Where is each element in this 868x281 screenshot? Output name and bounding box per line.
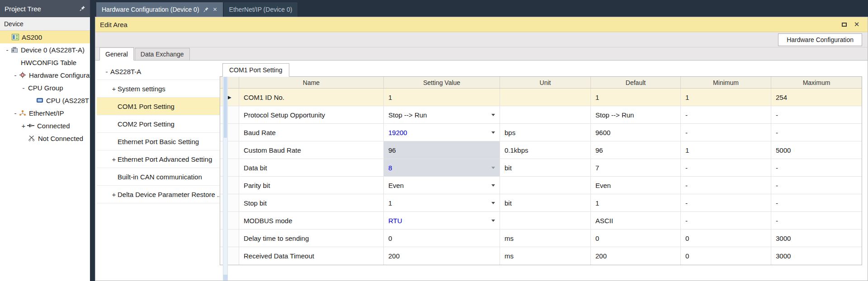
- setting-maximum: -: [771, 124, 862, 141]
- column-header-minimum: Minimum: [681, 77, 771, 88]
- project-tree-title: Project Tree: [5, 5, 80, 13]
- connected-icon: [27, 122, 36, 129]
- expander[interactable]: -: [4, 47, 11, 53]
- column-header-unit: Unit: [500, 77, 591, 88]
- settings-tree-item-ethernet-port-basic-setting[interactable]: Ethernet Port Basic Setting: [97, 133, 223, 150]
- setting-value[interactable]: 19200: [384, 124, 500, 141]
- table-row-received-data-timeout: Received Data Timeout200ms20003000: [220, 247, 862, 265]
- settings-tree-item-label: Delta Device Parameter Restore ...: [118, 191, 223, 198]
- setting-value-text: 19200: [388, 129, 407, 136]
- tree-item-label: AS200: [21, 33, 42, 41]
- tab-data-exchange[interactable]: Data Exchange: [135, 48, 190, 61]
- setting-value[interactable]: RTU: [384, 212, 500, 229]
- dropdown-arrow-icon[interactable]: [491, 202, 495, 204]
- tree-item-device-0-as228t-a[interactable]: -Device 0 (AS228T-A): [0, 43, 90, 56]
- setting-name: Parity bit: [239, 177, 384, 194]
- setting-value[interactable]: 96: [384, 141, 500, 159]
- tab-com1-port-setting[interactable]: COM1 Port Setting: [222, 63, 289, 77]
- setting-value[interactable]: Stop --> Run: [384, 106, 500, 123]
- setting-value[interactable]: Even: [384, 177, 500, 194]
- setting-name: Stop bit: [239, 194, 384, 211]
- dropdown-arrow-icon[interactable]: [491, 131, 495, 134]
- close-tab-icon[interactable]: ✕: [213, 6, 217, 13]
- tree-item-as200[interactable]: AS200: [0, 31, 90, 43]
- setting-unit: [500, 106, 591, 123]
- tree-item-connected[interactable]: +Connected: [0, 119, 90, 132]
- column-header-default: Default: [591, 77, 681, 88]
- settings-tree-item-com2-port-setting[interactable]: COM2 Port Setting: [97, 115, 223, 133]
- setting-default: 7: [591, 159, 681, 176]
- expander[interactable]: -: [12, 110, 19, 117]
- setting-minimum: 1: [681, 89, 771, 106]
- settings-tree-list: +System settingsCOM1 Port SettingCOM2 Po…: [97, 80, 223, 203]
- dropdown-arrow-icon[interactable]: [491, 184, 495, 187]
- expander[interactable]: +: [110, 191, 118, 198]
- settings-tree-item-com1-port-setting[interactable]: COM1 Port Setting: [97, 98, 223, 115]
- tree-item-cpu-as228t[interactable]: CPU (AS228T: [0, 94, 90, 107]
- setting-name: MODBUS mode: [239, 212, 384, 229]
- column-header-setting-value: Setting Value: [384, 77, 500, 88]
- setting-name: Data bit: [239, 159, 384, 176]
- expander[interactable]: -: [12, 72, 19, 79]
- setting-maximum: 3000: [771, 247, 862, 265]
- setting-value[interactable]: 1: [384, 194, 500, 211]
- tree-scrollbar[interactable]: [223, 63, 228, 281]
- tab-general[interactable]: General: [99, 47, 134, 61]
- settings-tree-item-built-in-can-communication[interactable]: Built-in CAN communication: [97, 168, 223, 186]
- tree-item-label: HWCONFIG Table: [20, 59, 76, 66]
- expander[interactable]: -: [20, 84, 27, 91]
- tree-item-not-connected[interactable]: Not Connected: [0, 132, 90, 145]
- setting-minimum: 0: [681, 247, 771, 265]
- setting-unit: 0.1kbps: [500, 141, 591, 159]
- doc-tab-ethernet-ip-device-0[interactable]: EtherNet/IP (Device 0): [224, 2, 298, 17]
- tree-item-cpu-group[interactable]: -CPU Group: [0, 81, 90, 94]
- edit-area-content: - AS228T-A +System settingsCOM1 Port Set…: [95, 60, 868, 281]
- setting-value[interactable]: 0: [384, 229, 500, 247]
- setting-value[interactable]: 8: [384, 159, 500, 176]
- tree-item-label: Hardware Configurat: [28, 71, 90, 79]
- scrollbar-thumb[interactable]: [224, 70, 227, 138]
- setting-value-text: 1: [388, 94, 392, 101]
- doc-tab-hardware-configuration-device-0[interactable]: Hardware Configuration (Device 0)✕: [96, 2, 223, 17]
- expander[interactable]: +: [110, 156, 118, 163]
- settings-tree-panel: - AS228T-A +System settingsCOM1 Port Set…: [97, 63, 217, 281]
- close-button[interactable]: ✕: [850, 19, 863, 30]
- setting-maximum: -: [771, 159, 862, 176]
- setting-maximum: -: [771, 212, 862, 229]
- settings-tree-item-delta-device-parameter-restore[interactable]: +Delta Device Parameter Restore ...: [97, 186, 223, 203]
- column-header-name: Name: [239, 77, 384, 88]
- dropdown-arrow-icon[interactable]: [491, 220, 495, 222]
- expander[interactable]: +: [110, 85, 118, 92]
- settings-tree-item-ethernet-port-advanced-setting[interactable]: +Ethernet Port Advanced Setting: [97, 150, 223, 168]
- settings-tree-item-label: Built-in CAN communication: [118, 173, 202, 181]
- setting-value[interactable]: 1: [384, 89, 500, 106]
- settings-tree-root[interactable]: - AS228T-A: [97, 63, 223, 80]
- device-icon: [11, 46, 20, 53]
- setting-minimum: 0: [681, 229, 771, 247]
- setting-unit: ms: [500, 247, 591, 265]
- setting-maximum: -: [771, 194, 862, 211]
- settings-tree-item-label: Ethernet Port Basic Setting: [118, 138, 199, 145]
- hardware-configuration-button[interactable]: Hardware Configuration: [778, 33, 862, 46]
- table-header: NameSetting ValueUnitDefaultMinimumMaxim…: [220, 77, 862, 89]
- setting-value-text: RTU: [388, 217, 402, 225]
- setting-unit: bit: [500, 159, 591, 176]
- setting-minimum: -: [681, 124, 771, 141]
- expander[interactable]: +: [20, 122, 27, 129]
- project-tree-list: AS200-Device 0 (AS228T-A)HWCONFIG Table-…: [0, 31, 90, 145]
- scroll-down-arrow[interactable]: [223, 275, 227, 280]
- setting-maximum: 254: [771, 89, 862, 106]
- expander[interactable]: -: [103, 68, 110, 75]
- setting-value[interactable]: 200: [384, 247, 500, 265]
- tree-item-hwconfig-table[interactable]: HWCONFIG Table: [0, 56, 90, 69]
- pin-icon[interactable]: [203, 7, 209, 12]
- maximize-button[interactable]: [838, 19, 850, 30]
- dropdown-arrow-icon[interactable]: [491, 167, 495, 169]
- dropdown-arrow-icon[interactable]: [491, 114, 495, 116]
- settings-tree-item-system-settings[interactable]: +System settings: [97, 80, 223, 98]
- table-row-com1-id-no: ▶COM1 ID No.111254: [220, 89, 862, 106]
- tree-item-hardware-configurat[interactable]: -Hardware Configurat: [0, 69, 90, 81]
- tree-item-ethernet-ip[interactable]: -EtherNet/IP: [0, 107, 90, 119]
- setting-default: 200: [591, 247, 681, 265]
- pin-icon[interactable]: [80, 5, 85, 13]
